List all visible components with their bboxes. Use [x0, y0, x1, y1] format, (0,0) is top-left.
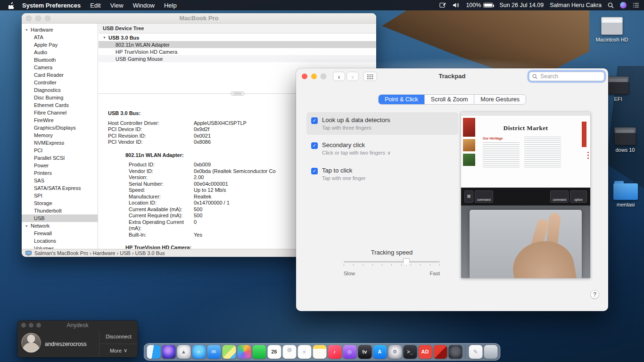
sidebar-item[interactable]: ▼ Ethernet Cards	[22, 101, 98, 109]
terminal-icon[interactable]: >_	[403, 345, 417, 359]
device-tree-row[interactable]: ▼ HP TrueVision HD Camera	[99, 48, 376, 55]
trash-icon[interactable]	[484, 345, 497, 359]
sidebar-item[interactable]: ▼ Diagnostics	[22, 86, 98, 94]
sidebar-item[interactable]: ▼ Disc Burning	[22, 94, 98, 101]
help-button[interactable]: ?	[590, 290, 599, 299]
spotlight-icon[interactable]	[608, 2, 614, 8]
menu-bar-user[interactable]: Salman Heru Cakra	[550, 2, 602, 8]
zoom-button[interactable]	[45, 16, 50, 21]
siri-icon[interactable]	[620, 2, 627, 8]
disconnect-button[interactable]: Disconnect	[99, 330, 138, 344]
sidebar-item[interactable]: ▼ PCI	[22, 147, 98, 154]
tv-icon[interactable]: tv	[358, 345, 372, 359]
minimize-button[interactable]	[29, 323, 33, 328]
sidebar-item[interactable]: ▼ Card Reader	[22, 71, 98, 79]
device-tree-row[interactable]: ▼ USB Gaming Mouse	[99, 55, 376, 62]
sidebar-item[interactable]: ▼ NVMExpress	[22, 139, 98, 147]
close-button[interactable]	[26, 16, 32, 21]
more-button[interactable]: More∨	[99, 344, 138, 358]
launchpad-icon[interactable]: ▲	[177, 345, 190, 359]
sidebar-item[interactable]: ▼ Network	[22, 222, 98, 230]
sidebar-item[interactable]: ▼ SAS	[22, 177, 98, 184]
sidebar-item[interactable]: ▼ Bluetooth	[22, 56, 98, 64]
sidebar-item[interactable]: ▼ SATA/SATA Express	[22, 184, 98, 192]
sidebar-item[interactable]: ▼ FireWire	[22, 116, 98, 124]
finder-icon[interactable]	[147, 345, 160, 359]
menu-item[interactable]: Edit	[90, 2, 100, 9]
splitter-handle[interactable]	[231, 91, 245, 96]
menu-item[interactable]: Help	[164, 2, 177, 9]
menu-bar-clock[interactable]: Sun 26 Jul 14.09	[499, 2, 544, 8]
podcasts-icon[interactable]: ◎	[343, 345, 356, 359]
window-titlebar[interactable]: Anydesk	[17, 321, 138, 330]
slider-track[interactable]	[344, 261, 440, 263]
desktop-icon-folder[interactable]: mentasi	[603, 181, 644, 207]
reminders-icon[interactable]: ≡	[297, 345, 311, 359]
device-tree-row[interactable]: ▼ 802.11n WLAN Adapter	[99, 41, 376, 48]
desktop-icon-macintosh-hd[interactable]: Macintosh HD	[595, 17, 629, 42]
sidebar-item[interactable]: ▼ Audio	[22, 49, 98, 56]
system-preferences-icon[interactable]: ⚙	[388, 345, 402, 359]
anydesk-icon[interactable]: AD	[418, 345, 432, 359]
disclosure-triangle-icon[interactable]: ▼	[25, 224, 29, 228]
sidebar-item[interactable]: ▼ ATA	[22, 33, 98, 41]
sidebar-item[interactable]: ▼ Apple Pay	[22, 41, 98, 49]
sidebar-item[interactable]: ▼ SPI	[22, 192, 98, 199]
tab[interactable]: Scroll & Zoom	[425, 95, 475, 104]
sidebar-item[interactable]: ▼ Volumes	[22, 245, 98, 249]
checkbox[interactable]: ✓	[311, 142, 318, 149]
active-app-menu[interactable]: System Preferences	[22, 2, 81, 9]
app-store-icon[interactable]: A	[373, 345, 387, 359]
back-button[interactable]: ‹	[333, 72, 345, 81]
tracking-speed-slider[interactable]: Slow Fast	[344, 261, 440, 276]
sidebar-item[interactable]: ▼ Memory	[22, 132, 98, 139]
siri-dock-icon[interactable]	[162, 345, 175, 359]
sidebar-item[interactable]: ▼ Storage	[22, 199, 98, 207]
trackpad-option[interactable]: ✓ Secondary click Click or tap with two …	[306, 137, 458, 160]
chevron-down-icon[interactable]: ∨	[387, 150, 391, 156]
photos-icon[interactable]	[237, 345, 251, 359]
menu-item[interactable]: View	[110, 2, 124, 9]
sidebar-item[interactable]: ▼ Hardware	[22, 26, 98, 33]
sidebar-item[interactable]: ▼ Firewall	[22, 230, 98, 237]
battery-status[interactable]: 100%	[466, 2, 493, 8]
forward-button[interactable]: ›	[347, 72, 359, 81]
trackpad-option[interactable]: ✓ Tap to click Tap with one finger∨	[306, 163, 458, 185]
sidecar-icon[interactable]	[439, 2, 446, 8]
tab[interactable]: Point & Click	[379, 95, 425, 104]
tab[interactable]: More Gestures	[474, 95, 526, 104]
menu-item[interactable]: Window	[133, 2, 155, 9]
close-button[interactable]	[21, 323, 26, 328]
sidebar-item[interactable]: ▼ Parallel SCSI	[22, 154, 98, 162]
minimize-button[interactable]	[311, 74, 317, 79]
minimize-button[interactable]	[35, 16, 41, 21]
remote-app-icon[interactable]	[433, 345, 447, 359]
sidebar-item[interactable]: ▼ Camera	[22, 64, 98, 71]
checkbox[interactable]: ✓	[311, 168, 318, 174]
volume-icon[interactable]	[453, 2, 460, 8]
window-titlebar[interactable]: Trackpad ‹ ›	[296, 68, 608, 84]
mail-icon[interactable]: ✉	[207, 345, 221, 359]
close-button[interactable]	[302, 74, 307, 79]
utility-app-icon[interactable]	[448, 345, 462, 359]
sidebar-item[interactable]: ▼ Printers	[22, 169, 98, 177]
sidebar-item[interactable]: ▼ Power	[22, 162, 98, 169]
menu-list-icon[interactable]	[633, 2, 639, 8]
sidebar-item[interactable]: ▼ Controller	[22, 79, 98, 86]
calendar-icon[interactable]: 26	[267, 345, 281, 359]
zoom-button[interactable]	[321, 74, 326, 79]
disclosure-triangle-icon[interactable]: ▼	[25, 28, 29, 32]
apple-menu[interactable]	[8, 2, 15, 9]
show-all-preferences-button[interactable]	[363, 72, 377, 81]
sidebar-item[interactable]: ▼ Graphics/Displays	[22, 124, 98, 132]
breadcrumb[interactable]: Salman's MacBook Pro › Hardware › USB › …	[34, 250, 165, 256]
checkbox[interactable]: ✓	[311, 117, 318, 124]
sidebar-item[interactable]: ▼ Locations	[22, 237, 98, 245]
facetime-icon[interactable]	[252, 345, 266, 359]
textedit-icon[interactable]: ✎	[469, 345, 482, 359]
sidebar-item[interactable]: ▼ Thunderbolt	[22, 207, 98, 214]
sidebar-item[interactable]: ▼ Fibre Channel	[22, 109, 98, 116]
zoom-button[interactable]	[36, 323, 41, 328]
desktop-icon-windows-10[interactable]: dows 10	[606, 127, 644, 153]
device-tree-row[interactable]: ▼ USB 3.0 Bus	[99, 34, 376, 41]
